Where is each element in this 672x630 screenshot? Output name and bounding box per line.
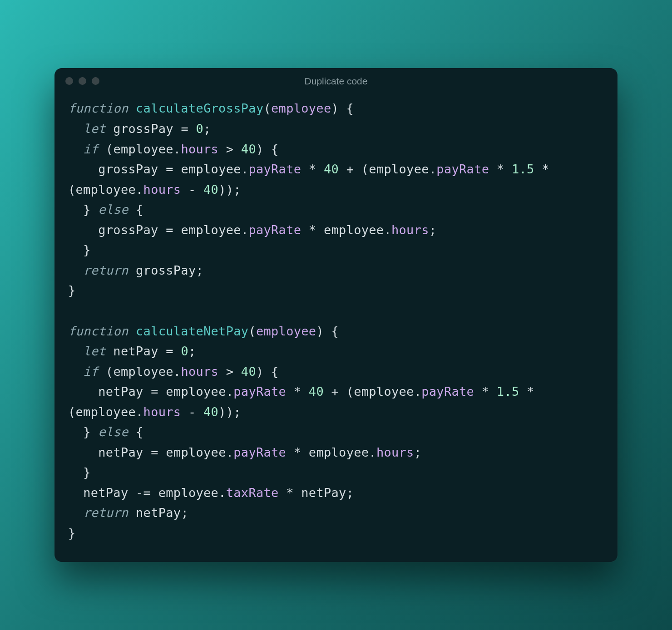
token-ident: netPay — [301, 486, 346, 500]
token-number: 1.5 — [512, 162, 534, 176]
code-content[interactable]: function calculateGrossPay(employee) { l… — [54, 94, 618, 561]
token-prop: taxRate — [226, 486, 279, 500]
token-ident: grossPay — [98, 162, 158, 176]
token-punct: ; — [196, 263, 203, 277]
token-punct: ; — [233, 405, 241, 419]
token-ident: employee — [113, 364, 173, 379]
token-ident: employee — [324, 223, 384, 237]
token-number: 40 — [241, 142, 256, 156]
token-punct: ) — [256, 142, 264, 156]
token-ident: netPay — [136, 506, 181, 520]
token-operator: + — [346, 162, 354, 176]
token-punct: ) — [226, 182, 234, 197]
token-operator: = — [166, 223, 173, 237]
token-punct: ; — [203, 122, 211, 136]
token-ident: netPay — [98, 384, 143, 399]
token-operator: = — [151, 384, 158, 399]
code-window: Duplicate code function calculateGrossPa… — [54, 68, 618, 561]
token-punct: { — [136, 202, 143, 217]
token-keyword: if — [83, 364, 98, 379]
token-ident: employee — [158, 486, 218, 500]
token-punct: ) — [226, 405, 234, 419]
token-punct: ( — [68, 405, 76, 419]
token-punct: . — [226, 445, 234, 459]
token-prop: hours — [181, 142, 218, 156]
token-punct: . — [218, 486, 226, 500]
token-punct: . — [429, 162, 437, 176]
token-ident: employee — [166, 384, 226, 399]
token-number: 1.5 — [497, 384, 519, 399]
token-prop: hours — [143, 405, 181, 419]
token-punct: ) — [218, 182, 226, 197]
token-punct: ( — [248, 324, 256, 338]
token-prop: hours — [143, 182, 181, 197]
token-prop: payRate — [248, 162, 301, 176]
token-operator: -= — [136, 486, 151, 500]
token-punct: . — [173, 364, 181, 379]
token-keyword: let — [83, 344, 106, 358]
token-prop: payRate — [233, 445, 286, 459]
token-punct: ( — [68, 182, 76, 197]
token-operator: = — [151, 445, 158, 459]
token-punct: } — [83, 243, 91, 257]
token-param: employee — [256, 324, 316, 338]
token-operator: + — [331, 384, 339, 399]
token-keyword: return — [83, 506, 128, 520]
token-funcname: calculateNetPay — [136, 324, 248, 338]
token-operator: * — [286, 486, 294, 500]
token-operator: > — [226, 142, 234, 156]
token-param: employee — [271, 101, 331, 115]
token-ident: employee — [113, 142, 173, 156]
token-operator: * — [497, 162, 504, 176]
token-ident: employee — [181, 223, 241, 237]
titlebar: Duplicate code — [54, 68, 618, 94]
token-number: 40 — [324, 162, 339, 176]
token-prop: payRate — [421, 384, 474, 399]
token-punct: ) — [218, 405, 226, 419]
token-keyword: let — [83, 122, 106, 136]
token-punct: } — [83, 425, 91, 439]
token-keyword: function — [68, 324, 128, 338]
token-prop: hours — [181, 364, 218, 379]
token-punct: { — [346, 101, 354, 115]
token-prop: hours — [391, 223, 429, 237]
token-punct: { — [271, 364, 279, 379]
token-prop: payRate — [436, 162, 489, 176]
token-punct: ) — [331, 101, 339, 115]
maximize-icon[interactable] — [92, 77, 99, 85]
token-punct: . — [241, 223, 249, 237]
token-ident: grossPay — [98, 223, 158, 237]
token-punct: } — [83, 202, 91, 217]
token-number: 40 — [203, 182, 218, 197]
token-punct: ; — [414, 445, 422, 459]
token-operator: * — [309, 162, 316, 176]
token-punct: . — [384, 223, 391, 237]
token-number: 0 — [181, 344, 188, 358]
token-ident: employee — [354, 384, 414, 399]
token-punct: ( — [346, 384, 354, 399]
token-prop: payRate — [248, 223, 301, 237]
token-number: 40 — [309, 384, 324, 399]
token-punct: . — [241, 162, 249, 176]
token-ident: grossPay — [136, 263, 196, 277]
token-keyword: else — [98, 425, 128, 439]
token-keyword: if — [83, 142, 98, 156]
token-operator: * — [309, 223, 316, 237]
token-operator: = — [166, 344, 173, 358]
token-punct: . — [414, 384, 422, 399]
token-operator: = — [166, 162, 173, 176]
token-punct: } — [68, 526, 76, 540]
token-funcname: calculateGrossPay — [136, 101, 263, 115]
token-ident: netPay — [98, 445, 143, 459]
token-operator: = — [181, 122, 188, 136]
close-icon[interactable] — [65, 77, 73, 85]
token-keyword: function — [68, 101, 128, 115]
token-punct: ; — [188, 344, 196, 358]
token-ident: netPay — [113, 344, 158, 358]
token-punct: } — [83, 465, 91, 479]
minimize-icon[interactable] — [79, 77, 86, 85]
token-ident: employee — [76, 182, 136, 197]
token-number: 0 — [196, 122, 204, 136]
token-punct: . — [173, 142, 181, 156]
token-ident: employee — [309, 445, 369, 459]
